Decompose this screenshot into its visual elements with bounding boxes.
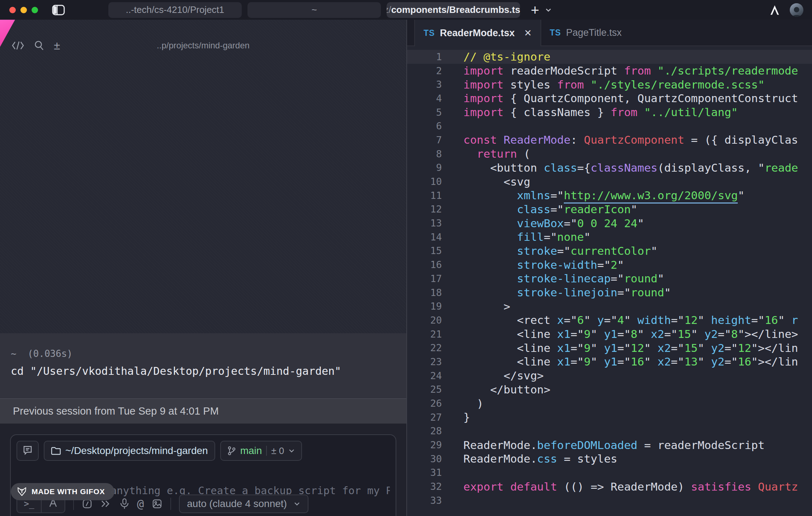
code-line: 30ReaderMode.css = styles: [407, 452, 812, 466]
code-line: 8 return (: [407, 147, 812, 161]
gifox-watermark-label: MADE WITH GIFOX: [32, 487, 105, 496]
code-text: fill="none": [463, 230, 591, 243]
fast-forward-icon[interactable]: [100, 499, 112, 508]
code-line: 20 <rect x="6" y="4" width="12" height="…: [407, 313, 812, 327]
git-chip[interactable]: main ± 0: [220, 441, 302, 461]
code-text: const ReaderMode: QuartzComponent = ({ d…: [463, 133, 798, 146]
terminal-pane: ± ..p/projects/mind-garden ~ (0.036s) cd…: [0, 20, 406, 516]
code-text: stroke-linecap="round": [463, 272, 664, 285]
diff-icon[interactable]: ±: [54, 40, 60, 51]
user-avatar[interactable]: [790, 3, 803, 17]
code-text: stroke="currentColor": [463, 244, 657, 257]
line-number: 7: [407, 134, 442, 145]
code-editor[interactable]: 1// @ts-ignore2import readerModeScript f…: [407, 46, 812, 507]
chat-button[interactable]: [16, 441, 39, 461]
code-line: 4import { QuartzComponent, QuartzCompone…: [407, 91, 812, 105]
line-number: 5: [407, 107, 442, 118]
code-line: 17 stroke-linecap="round": [407, 272, 812, 286]
fox-icon: [16, 486, 27, 497]
tab-list-chevron-icon[interactable]: [545, 8, 552, 13]
line-number: 27: [407, 412, 442, 423]
window-tab-label: components/Breadcrumbs.tsx: [391, 4, 520, 15]
line-number: 19: [407, 301, 442, 312]
editor-tab-pagetitle[interactable]: TS PageTitle.tsx: [541, 20, 630, 46]
code-line: 19 >: [407, 299, 812, 313]
image-attach-icon[interactable]: [152, 498, 162, 509]
code-text: }: [463, 411, 470, 424]
code-line: 15 stroke="currentColor": [407, 244, 812, 258]
code-text: class="readerIcon": [463, 203, 637, 216]
line-number: 20: [407, 315, 442, 326]
window-tab-home[interactable]: ~: [247, 2, 381, 18]
code-line: 3import styles from "./styles/readermode…: [407, 77, 812, 91]
code-text: <line x1="9" y1="16" x2="13" y2="16"></l…: [463, 355, 798, 368]
code-line: 9 <button class={classNames(displayClass…: [407, 161, 812, 175]
maximize-window-button[interactable]: [32, 7, 38, 13]
microphone-icon[interactable]: [120, 498, 129, 510]
line-number: 33: [407, 495, 442, 506]
code-line: 10 <svg: [407, 175, 812, 188]
model-selector-label: auto (claude 4 sonnet): [187, 498, 287, 510]
line-number: 12: [407, 204, 442, 215]
window-tab-breadcrumbs[interactable]: tz/components/Breadcrumbs.tsx: [387, 2, 520, 18]
code-text: ReaderMode.css = styles: [463, 452, 617, 465]
line-number: 16: [407, 259, 442, 270]
mention-icon[interactable]: @: [137, 497, 144, 511]
git-diff-label: ± 0: [271, 445, 284, 457]
line-number: 23: [407, 356, 442, 367]
editor-pane: TS ReaderMode.tsx ✕ TS PageTitle.tsx 1//…: [406, 20, 812, 516]
code-line: 24 </svg>: [407, 369, 812, 383]
directory-chip-label: ~/Desktop/projects/mind-garden: [65, 445, 208, 457]
code-line: 31: [407, 466, 812, 480]
line-number: 6: [407, 120, 442, 132]
code-line: 16 stroke-width="2": [407, 258, 812, 272]
typescript-icon: TS: [424, 28, 435, 38]
code-mode-icon[interactable]: [11, 40, 24, 51]
code-text: </svg>: [463, 369, 544, 382]
gifox-watermark: MADE WITH GIFOX: [11, 483, 114, 500]
line-number: 10: [407, 176, 442, 187]
previous-session-text: Previous session from Tue Sep 9 at 4:01 …: [13, 405, 219, 417]
editor-tab-readermode[interactable]: TS ReaderMode.tsx ✕: [414, 20, 541, 46]
code-text: <rect x="6" y="4" width="12" height="16"…: [463, 314, 798, 326]
line-number: 8: [407, 148, 442, 159]
code-text: export default (() => ReaderMode) satisf…: [463, 480, 798, 493]
search-icon[interactable]: [34, 40, 44, 51]
close-window-button[interactable]: [9, 7, 16, 13]
model-selector[interactable]: auto (claude 4 sonnet): [179, 494, 308, 513]
code-line: 2import readerModeScript from "./scripts…: [407, 64, 812, 78]
sidebar-toggle-icon[interactable]: [52, 4, 65, 16]
prompt-icon: >_: [24, 499, 34, 509]
code-line: 21 <line x1="9" y1="8" x2="15" y2="8"></…: [407, 327, 812, 341]
minimize-window-button[interactable]: [20, 7, 27, 13]
code-line: 11 xmlns="http://www.w3.org/2000/svg": [407, 188, 812, 202]
line-number: 17: [407, 273, 442, 284]
previous-session-note: Previous session from Tue Sep 9 at 4:01 …: [0, 398, 406, 424]
code-text: <button class={classNames(displayClass, …: [463, 161, 798, 174]
code-text: import readerModeScript from "./scripts/…: [463, 64, 798, 77]
line-number: 15: [407, 245, 442, 256]
code-line: 1// @ts-ignore: [407, 50, 812, 64]
code-text: import styles from "./styles/readermode.…: [463, 78, 765, 91]
code-line: 22 <line x1="9" y1="12" x2="15" y2="12">…: [407, 341, 812, 355]
line-number: 1: [407, 51, 442, 62]
new-tab-button[interactable]: +: [531, 2, 539, 18]
line-number: 30: [407, 453, 442, 464]
line-number: 29: [407, 439, 442, 450]
folder-icon: [51, 446, 61, 455]
line-number: 11: [407, 190, 442, 201]
line-number: 22: [407, 342, 442, 353]
code-line: 13 viewBox="0 0 24 24": [407, 216, 812, 230]
toolbar-divider: [170, 498, 171, 510]
code-text: ReaderMode.beforeDOMLoaded = readerModeS…: [463, 439, 765, 452]
code-line: 32export default (() => ReaderMode) sati…: [407, 479, 812, 493]
terminal-pane-header: ± ..p/projects/mind-garden: [0, 38, 406, 53]
line-number: 3: [407, 79, 442, 90]
close-tab-icon[interactable]: ✕: [524, 28, 532, 39]
directory-chip[interactable]: ~/Desktop/projects/mind-garden: [44, 441, 215, 461]
window-tab-project1[interactable]: ..-tech/cs-4210/Project1: [108, 2, 242, 18]
warp-input-card[interactable]: ~/Desktop/projects/mind-garden main ± 0: [10, 434, 396, 516]
editor-tab-label: PageTitle.tsx: [566, 27, 622, 38]
app-logo-icon[interactable]: [769, 4, 780, 16]
command-block[interactable]: ~ (0.036s) cd "/Users/vkodithala/Desktop…: [0, 333, 406, 398]
